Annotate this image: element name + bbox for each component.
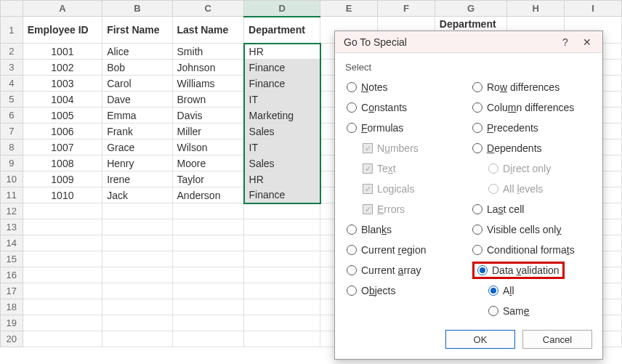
row-header-2[interactable]: 2 bbox=[1, 44, 23, 60]
column-header-G[interactable]: G bbox=[435, 1, 506, 17]
cell-D10[interactable]: HR bbox=[244, 171, 320, 187]
cell-C16[interactable] bbox=[172, 267, 244, 283]
row-header-1[interactable]: 1 bbox=[1, 17, 23, 44]
option-formulas[interactable]: Formulas bbox=[345, 118, 465, 138]
row-header-17[interactable]: 17 bbox=[1, 283, 23, 299]
help-button[interactable]: ? bbox=[554, 33, 576, 52]
cell-C18[interactable] bbox=[172, 299, 244, 315]
cell-D11[interactable]: Finance bbox=[244, 187, 320, 203]
option-data-validation[interactable]: Data validation bbox=[471, 260, 592, 280]
cell-A14[interactable] bbox=[23, 235, 102, 251]
cell-C8[interactable]: Wilson bbox=[172, 139, 244, 155]
row-header-16[interactable]: 16 bbox=[1, 267, 23, 283]
option-visible[interactable]: Visible cells only bbox=[471, 219, 592, 240]
row-header-3[interactable]: 3 bbox=[1, 60, 23, 76]
row-header-10[interactable]: 10 bbox=[1, 171, 23, 187]
cell-B13[interactable] bbox=[102, 219, 172, 235]
select-all-corner[interactable] bbox=[1, 1, 23, 17]
cell-C4[interactable]: Williams bbox=[172, 76, 244, 92]
option-precedents[interactable]: Precedents bbox=[471, 118, 592, 138]
option-dependents[interactable]: Dependents bbox=[471, 138, 592, 158]
row-header-5[interactable]: 5 bbox=[1, 92, 23, 108]
row-header-9[interactable]: 9 bbox=[1, 155, 23, 171]
cell-D8[interactable]: IT bbox=[244, 139, 320, 155]
option-row-diff[interactable]: Row differences bbox=[471, 77, 592, 97]
row-header-8[interactable]: 8 bbox=[1, 139, 23, 155]
cell-B12[interactable] bbox=[102, 203, 172, 219]
row-header-18[interactable]: 18 bbox=[1, 299, 23, 315]
column-header-H[interactable]: H bbox=[507, 1, 565, 17]
option-notes[interactable]: Notes bbox=[345, 77, 465, 97]
close-button[interactable]: ✕ bbox=[576, 33, 598, 52]
cell-C17[interactable] bbox=[172, 283, 244, 299]
cell-A16[interactable] bbox=[23, 267, 102, 283]
cell-B16[interactable] bbox=[102, 267, 172, 283]
cell-A9[interactable]: 1008 bbox=[23, 155, 102, 171]
cell-C19[interactable] bbox=[172, 315, 244, 331]
cell-D17[interactable] bbox=[244, 283, 320, 299]
cell-D7[interactable]: Sales bbox=[244, 124, 320, 139]
cell-C1[interactable]: Last Name bbox=[172, 17, 244, 44]
cell-C7[interactable]: Miller bbox=[172, 124, 244, 139]
column-header-F[interactable]: F bbox=[378, 1, 435, 17]
cell-A4[interactable]: 1003 bbox=[23, 76, 102, 92]
cell-A5[interactable]: 1004 bbox=[23, 92, 102, 108]
option-current-region[interactable]: Current region bbox=[345, 240, 465, 260]
cell-A6[interactable]: 1005 bbox=[23, 108, 102, 124]
cell-D14[interactable] bbox=[244, 235, 320, 251]
cell-A11[interactable]: 1010 bbox=[23, 187, 102, 203]
cell-C10[interactable]: Taylor bbox=[172, 171, 244, 187]
cell-D9[interactable]: Sales bbox=[244, 155, 320, 171]
cell-A1[interactable]: Employee ID bbox=[23, 17, 102, 44]
cell-B1[interactable]: First Name bbox=[102, 17, 172, 44]
cell-D1[interactable]: Department bbox=[244, 17, 320, 44]
cell-B10[interactable]: Irene bbox=[102, 171, 172, 187]
cell-A15[interactable] bbox=[23, 251, 102, 267]
cell-B11[interactable]: Jack bbox=[102, 187, 172, 203]
option-objects[interactable]: Objects bbox=[345, 280, 465, 301]
cell-B19[interactable] bbox=[102, 315, 172, 331]
cell-A19[interactable] bbox=[23, 315, 102, 331]
cell-A8[interactable]: 1007 bbox=[23, 139, 102, 155]
cell-A7[interactable]: 1006 bbox=[23, 124, 102, 139]
row-header-4[interactable]: 4 bbox=[1, 76, 23, 92]
row-header-14[interactable]: 14 bbox=[1, 235, 23, 251]
cell-D2[interactable]: HR bbox=[244, 44, 320, 60]
cell-D3[interactable]: Finance bbox=[244, 60, 320, 76]
row-header-11[interactable]: 11 bbox=[1, 187, 23, 203]
cell-D6[interactable]: Marketing bbox=[244, 108, 320, 124]
cell-C12[interactable] bbox=[172, 203, 244, 219]
cell-B9[interactable]: Henry bbox=[102, 155, 172, 171]
cell-D12[interactable] bbox=[244, 203, 320, 219]
cell-D4[interactable]: Finance bbox=[244, 76, 320, 92]
column-header-E[interactable]: E bbox=[320, 1, 378, 17]
cell-D16[interactable] bbox=[244, 267, 320, 283]
cell-B7[interactable]: Frank bbox=[102, 124, 172, 139]
cell-B4[interactable]: Carol bbox=[102, 76, 172, 92]
option-current-array[interactable]: Current array bbox=[345, 260, 465, 280]
cell-A18[interactable] bbox=[23, 299, 102, 315]
cell-C15[interactable] bbox=[172, 251, 244, 267]
cell-A2[interactable]: 1001 bbox=[23, 44, 102, 60]
cell-B2[interactable]: Alice bbox=[102, 44, 172, 60]
column-header-A[interactable]: A bbox=[23, 1, 102, 17]
row-header-7[interactable]: 7 bbox=[1, 124, 23, 139]
cell-A10[interactable]: 1009 bbox=[23, 171, 102, 187]
cell-B3[interactable]: Bob bbox=[102, 60, 172, 76]
option-blanks[interactable]: Blanks bbox=[345, 219, 465, 240]
ok-button[interactable]: OK bbox=[445, 330, 515, 349]
cell-D18[interactable] bbox=[244, 299, 320, 315]
row-header-20[interactable]: 20 bbox=[1, 331, 23, 347]
option-all[interactable]: All bbox=[471, 280, 592, 301]
cell-D19[interactable] bbox=[244, 315, 320, 331]
cell-D20[interactable] bbox=[244, 331, 320, 347]
cell-C3[interactable]: Johnson bbox=[172, 60, 244, 76]
cell-A20[interactable] bbox=[23, 331, 102, 347]
cell-C20[interactable] bbox=[172, 331, 244, 347]
cell-C13[interactable] bbox=[172, 219, 244, 235]
column-header-B[interactable]: B bbox=[102, 1, 172, 17]
row-header-12[interactable]: 12 bbox=[1, 203, 23, 219]
option-col-diff[interactable]: Column differences bbox=[471, 97, 592, 118]
column-header-I[interactable]: I bbox=[565, 1, 622, 17]
cell-B20[interactable] bbox=[102, 331, 172, 347]
